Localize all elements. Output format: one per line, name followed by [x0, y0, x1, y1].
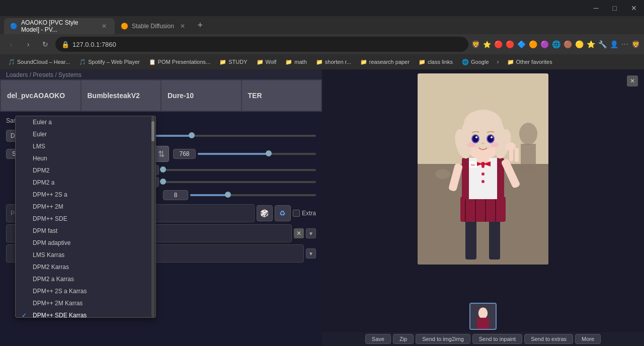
wallet-icon[interactable]: 👤: [610, 40, 618, 48]
sidebar-icon[interactable]: 🦁: [631, 40, 640, 48]
extension-icon4[interactable]: 🔷: [517, 40, 526, 48]
model-card-2[interactable]: BumblesteakV2: [82, 80, 161, 111]
svg-point-28: [488, 135, 494, 142]
lora-dropdown-button[interactable]: ▼: [306, 248, 316, 258]
model-card-3[interactable]: Dure-10: [162, 80, 241, 111]
new-tab-button[interactable]: +: [193, 18, 207, 32]
maximize-button[interactable]: □: [610, 3, 620, 13]
dropdown-item-lms-karras[interactable]: LMS Karras: [16, 249, 155, 261]
send-img2img-button[interactable]: Send to img2img: [416, 334, 470, 344]
bookmark-soundcloud-label: SoundCloud – Hear...: [17, 59, 70, 65]
dropdown-item-dpmpp-sde[interactable]: DPM++ SDE: [16, 213, 155, 225]
extension-icon5[interactable]: 🟠: [529, 40, 537, 48]
bookmark-research[interactable]: 📁 reasearch paper: [356, 57, 414, 66]
svg-rect-5: [460, 197, 506, 222]
extension-icon1[interactable]: ⭐: [483, 41, 491, 48]
dropdown-item-dpm-adaptive[interactable]: DPM adaptive: [16, 237, 155, 249]
bookmark-shorten-label: shorten r...: [325, 59, 351, 65]
bookmark-soundcloud[interactable]: 🎵 SoundCloud – Hear...: [4, 57, 74, 66]
dropdown-item-dpm2-karras[interactable]: DPM2 Karras: [16, 261, 155, 273]
svg-rect-35: [515, 148, 519, 162]
bookmark-study[interactable]: 📁 STUDY: [215, 57, 251, 66]
tab-stable-diffusion[interactable]: 🟠 Stable Diffusion ✕: [115, 18, 193, 34]
send-inpaint-button[interactable]: Send to inpaint: [472, 334, 522, 344]
dropdown-item-heun[interactable]: Heun: [16, 152, 155, 164]
extension-icon9[interactable]: 🟡: [575, 40, 584, 48]
extension-icon8[interactable]: 🟤: [564, 40, 572, 48]
back-button[interactable]: ‹: [4, 37, 18, 51]
dropdown-item-dpm2[interactable]: DPM2: [16, 164, 155, 177]
dropdown-item-dpmpp-2m[interactable]: DPM++ 2M: [16, 201, 155, 213]
dropdown-item-dpmpp-2s-a[interactable]: DPM++ 2S a: [16, 189, 155, 201]
extra-checkbox[interactable]: [293, 210, 300, 217]
dropdown-item-dpmpp-sde-karras-label: DPM++ SDE Karras: [33, 312, 87, 317]
bookmark-math[interactable]: 📁 math: [281, 57, 310, 66]
dropdown-item-dpm2-a[interactable]: DPM2 a: [16, 177, 155, 189]
bookmark-other-favorites[interactable]: 📁 Other favorites: [503, 57, 556, 66]
dice-button[interactable]: 🎲: [257, 205, 273, 221]
sampling-steps-thumb[interactable]: [189, 132, 195, 138]
extensions-icon[interactable]: 🔧: [598, 40, 607, 48]
close-icon: ✕: [630, 77, 635, 84]
close-image-button[interactable]: ✕: [627, 75, 638, 86]
refresh-button[interactable]: ↻: [38, 37, 52, 51]
zip-button[interactable]: Zip: [393, 334, 414, 344]
model-card-4[interactable]: TER: [242, 80, 321, 111]
bookmark-pom[interactable]: 📋 POM Presentations...: [145, 57, 215, 66]
height-slider[interactable]: [198, 153, 316, 155]
dropdown-item-lms[interactable]: LMS: [16, 140, 155, 152]
brave-shields-icon[interactable]: 🦁: [471, 40, 480, 48]
model-card-1[interactable]: del_pvcAOAOKO: [1, 80, 80, 111]
recycle-button[interactable]: ♻: [275, 205, 291, 221]
check-dpmpp-sde-karras: ✓: [22, 312, 29, 317]
cfg-slider[interactable]: [190, 194, 316, 196]
extension-icon3[interactable]: 🔴: [506, 40, 514, 48]
bookmark-classlinks[interactable]: 📁 class links: [415, 57, 457, 66]
close-window-button[interactable]: ✕: [628, 3, 640, 13]
dropdown-item-dpmpp-2s-a-karras[interactable]: DPM++ 2S a Karras: [16, 285, 155, 297]
batch-size-thumb[interactable]: [160, 179, 166, 185]
more-button[interactable]: More: [575, 334, 601, 344]
cfg-value-box[interactable]: 8: [163, 190, 188, 200]
bookmarks-icon[interactable]: ⭐: [587, 40, 595, 48]
tab2-close[interactable]: ✕: [178, 22, 187, 31]
extension-icon2[interactable]: 🔴: [494, 40, 503, 48]
batch-count-thumb[interactable]: [160, 166, 166, 172]
negative-prompt-dropdown-button[interactable]: ▼: [306, 228, 316, 238]
nav-bar: ‹ › ↻ 🔒 127.0.0.1:7860 🦁 ⭐ 🔴 🔴 🔷 🟠 🟣 🌐 🟤…: [0, 34, 644, 54]
dropdown-item-euler[interactable]: Euler: [16, 128, 155, 140]
save-button[interactable]: Save: [365, 334, 391, 344]
batch-count-slider[interactable]: [163, 169, 316, 171]
sampling-steps-slider[interactable]: [146, 135, 316, 137]
height-thumb[interactable]: [266, 150, 272, 156]
dropdown-item-dpm-fast[interactable]: DPM fast: [16, 225, 155, 237]
tab-aoaoko[interactable]: 🔵 AOAOKO [PVC Style Model] - PV... ✕: [4, 18, 115, 34]
send-extras-button[interactable]: Send to extras: [524, 334, 573, 344]
more-options-icon[interactable]: ⋯: [621, 40, 628, 48]
forward-button[interactable]: ›: [21, 37, 35, 51]
bookmarks-more-icon[interactable]: ›: [494, 57, 502, 66]
batch-size-slider[interactable]: [163, 181, 316, 183]
dropdown-item-dpmpp-2m-karras[interactable]: DPM++ 2M Karras: [16, 297, 155, 309]
dropdown-item-euler-a[interactable]: Euler a: [16, 116, 155, 128]
minimize-button[interactable]: ─: [591, 3, 602, 13]
batch-count-track: [163, 169, 316, 171]
dropdown-item-dpm2-a-karras[interactable]: DPM2 a Karras: [16, 273, 155, 285]
thumbnail-1[interactable]: [469, 303, 497, 330]
dropdown-item-dpmpp-2s-a-karras-label: DPM++ 2S a Karras: [33, 288, 87, 295]
bookmark-google[interactable]: 🌐 Google: [458, 57, 493, 66]
height-value-box[interactable]: 768: [173, 149, 196, 159]
extension-icon6[interactable]: 🟣: [540, 40, 549, 48]
bookmark-spotify[interactable]: 🎵 Spotify – Web Player: [75, 57, 144, 66]
dropdown-item-dpmpp-sde-karras[interactable]: ✓ DPM++ SDE Karras: [16, 309, 155, 317]
address-text: 127.0.0.1:7860: [72, 41, 116, 48]
bookmark-wolf[interactable]: 📁 Wolf: [253, 57, 281, 66]
address-bar[interactable]: 🔒 127.0.0.1:7860: [55, 37, 468, 52]
dropdown-item-dpm-fast-label: DPM fast: [33, 227, 57, 234]
dropdown-scrollbar[interactable]: [151, 116, 154, 317]
cfg-thumb[interactable]: [225, 192, 231, 198]
bookmark-shorten[interactable]: 📁 shorten r...: [312, 57, 355, 66]
tab1-close[interactable]: ✕: [100, 22, 109, 31]
negative-prompt-close-button[interactable]: ✕: [294, 228, 304, 238]
extension-icon7[interactable]: 🌐: [552, 40, 560, 48]
